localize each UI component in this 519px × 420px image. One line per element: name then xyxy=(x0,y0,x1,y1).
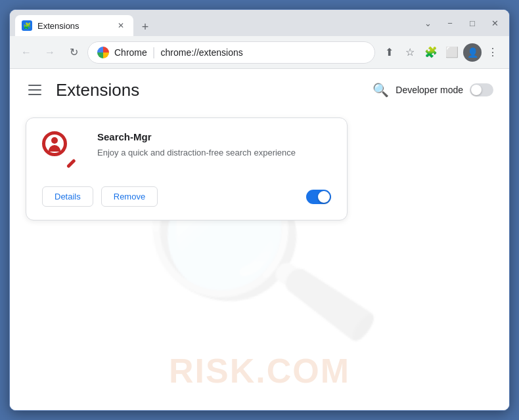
magnifier-icon xyxy=(42,131,75,164)
active-tab[interactable]: 🧩 Extensions ✕ xyxy=(15,15,133,36)
page-content: 🔍 RISK.COM Extensions 🔍 Developer mode xyxy=(10,69,509,410)
developer-mode-toggle[interactable] xyxy=(470,83,493,96)
back-button[interactable]: ← xyxy=(16,43,36,62)
bookmark-icon[interactable]: ☆ xyxy=(400,43,420,62)
hamburger-menu-button[interactable] xyxy=(26,79,47,100)
magnifier-circle xyxy=(42,131,67,156)
remove-button[interactable]: Remove xyxy=(101,186,158,207)
forward-button[interactable]: → xyxy=(40,43,60,62)
watermark-text: RISK.COM xyxy=(169,351,350,390)
hamburger-line-3 xyxy=(28,94,41,95)
tab-favicon-icon: 🧩 xyxy=(22,20,32,31)
extensions-icon[interactable]: 🧩 xyxy=(421,43,441,62)
hamburger-line-1 xyxy=(28,85,41,86)
card-bottom: Details Remove xyxy=(42,186,331,207)
toolbar: ← → ↻ Chrome | chrome://extensions ⬆ ☆ 🧩… xyxy=(10,36,509,69)
extension-icon-wrap xyxy=(42,131,84,173)
tab-close-button[interactable]: ✕ xyxy=(115,20,127,32)
browser-window: 🧩 Extensions ✕ + ⌄ − □ ✕ ← → ↻ Chrome | … xyxy=(9,9,510,411)
minimize-button[interactable]: − xyxy=(441,14,459,32)
chevron-down-button[interactable]: ⌄ xyxy=(418,14,437,32)
tab-bar: 🧩 Extensions ✕ + xyxy=(15,10,415,36)
hamburger-line-2 xyxy=(28,89,41,91)
page-header: Extensions 🔍 Developer mode xyxy=(10,69,509,111)
profile-button[interactable]: 👤 xyxy=(463,43,482,62)
toolbar-icons: ⬆ ☆ 🧩 ⬜ 👤 ⋮ xyxy=(379,43,503,62)
address-url: chrome://extensions xyxy=(160,47,242,58)
address-bar[interactable]: Chrome | chrome://extensions xyxy=(87,41,375,64)
title-bar: 🧩 Extensions ✕ + ⌄ − □ ✕ xyxy=(10,10,509,36)
card-top: Search-Mgr Enjoy a quick and distraction… xyxy=(42,131,331,173)
chrome-logo-icon xyxy=(97,47,109,58)
developer-mode-label: Developer mode xyxy=(395,85,463,95)
extension-description: Enjoy a quick and distraction-free searc… xyxy=(97,146,331,159)
magnifier-stick xyxy=(66,159,76,169)
details-button[interactable]: Details xyxy=(42,186,93,207)
extension-name: Search-Mgr xyxy=(97,131,331,142)
new-tab-button[interactable]: + xyxy=(136,18,154,36)
extension-info: Search-Mgr Enjoy a quick and distraction… xyxy=(97,131,331,173)
address-brand: Chrome xyxy=(114,47,147,58)
maximize-button[interactable]: □ xyxy=(463,14,482,32)
menu-icon[interactable]: ⋮ xyxy=(483,43,503,62)
address-separator: | xyxy=(152,45,156,59)
page-title: Extensions xyxy=(56,80,363,100)
search-icon[interactable]: 🔍 xyxy=(372,82,389,98)
card-toggle-knob xyxy=(318,191,330,203)
extension-enabled-toggle[interactable] xyxy=(306,190,331,204)
extension-card: Search-Mgr Enjoy a quick and distraction… xyxy=(26,117,348,220)
extensions-area: Search-Mgr Enjoy a quick and distraction… xyxy=(10,111,509,236)
tab-title: Extensions xyxy=(37,21,79,31)
share-icon[interactable]: ⬆ xyxy=(379,43,399,62)
split-icon[interactable]: ⬜ xyxy=(442,43,462,62)
reload-button[interactable]: ↻ xyxy=(64,43,83,62)
window-controls: ⌄ − □ ✕ xyxy=(418,14,504,32)
header-right: 🔍 Developer mode xyxy=(372,82,493,98)
close-button[interactable]: ✕ xyxy=(485,14,504,32)
toggle-knob xyxy=(471,85,482,95)
